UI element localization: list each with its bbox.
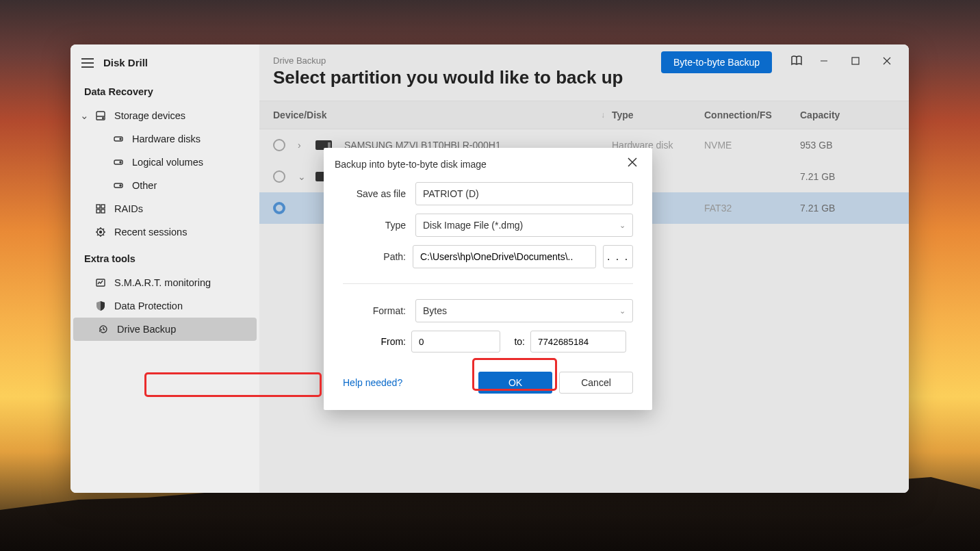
- sidebar-label: Other: [132, 180, 157, 191]
- svg-rect-9: [101, 205, 105, 208]
- sidebar-item-raids[interactable]: RAIDs: [70, 197, 259, 220]
- sidebar-item-drive-backup[interactable]: Drive Backup: [73, 318, 257, 341]
- sidebar-item-data-protection[interactable]: Data Protection: [70, 294, 259, 318]
- sidebar-label: Drive Backup: [117, 324, 176, 335]
- save-as-label: Save as file: [343, 188, 406, 199]
- sidebar-item-storage-devices[interactable]: ⌄ Storage devices: [70, 104, 259, 127]
- save-as-input[interactable]: PATRIOT (D): [415, 182, 633, 205]
- format-select[interactable]: Bytes⌄: [415, 299, 633, 322]
- section-extra-tools: Extra tools: [70, 244, 259, 271]
- chevron-down-icon: ⌄: [619, 221, 626, 230]
- app-title: Disk Drill: [103, 57, 148, 68]
- ok-button[interactable]: OK: [478, 372, 552, 394]
- sidebar-label: RAIDs: [114, 203, 143, 214]
- type-select[interactable]: Disk Image File (*.dmg)⌄: [415, 214, 633, 237]
- format-label: Format:: [343, 305, 406, 316]
- sidebar-item-smart[interactable]: S.M.A.R.T. monitoring: [70, 271, 259, 294]
- sidebar: Disk Drill Data Recovery ⌄ Storage devic…: [70, 44, 259, 493]
- svg-point-7: [120, 185, 121, 186]
- svg-point-1: [103, 118, 104, 119]
- svg-rect-11: [101, 209, 105, 213]
- sidebar-label: Data Protection: [114, 300, 183, 311]
- to-label: to:: [506, 336, 525, 347]
- history-icon: [98, 324, 109, 335]
- svg-point-13: [100, 231, 102, 233]
- disk-icon: [113, 180, 124, 191]
- chevron-down-icon: ⌄: [80, 110, 87, 121]
- sidebar-item-recent-sessions[interactable]: Recent sessions: [70, 220, 259, 244]
- from-input[interactable]: [411, 331, 500, 353]
- path-input[interactable]: C:\Users\hp\OneDrive\Documents\..: [413, 245, 596, 268]
- sidebar-label: Storage devices: [114, 110, 185, 121]
- svg-rect-8: [96, 205, 100, 208]
- sidebar-label: Hardware disks: [132, 133, 201, 144]
- hamburger-icon[interactable]: [81, 58, 94, 68]
- type-label: Type: [343, 220, 406, 231]
- chevron-down-icon: ⌄: [619, 307, 626, 316]
- disk-icon: [113, 133, 124, 144]
- shield-icon: [95, 300, 106, 311]
- chart-icon: [95, 277, 106, 288]
- cancel-button[interactable]: Cancel: [559, 372, 633, 394]
- gear-icon: [95, 227, 106, 238]
- path-label: Path:: [343, 251, 406, 262]
- disk-icon: [113, 157, 124, 168]
- breadcrumb: Drive Backup: [273, 55, 895, 66]
- svg-point-5: [120, 162, 121, 163]
- backup-dialog: Backup into byte-to-byte disk image Save…: [324, 148, 652, 410]
- sidebar-item-hardware-disks[interactable]: Hardware disks: [70, 127, 259, 151]
- divider: [343, 283, 633, 284]
- svg-point-3: [120, 138, 121, 140]
- sidebar-label: Logical volumes: [132, 157, 203, 168]
- dialog-title: Backup into byte-to-byte disk image: [335, 159, 628, 170]
- sidebar-label: Recent sessions: [114, 227, 187, 238]
- browse-button[interactable]: . . .: [603, 245, 633, 268]
- sidebar-label: S.M.A.R.T. monitoring: [114, 277, 211, 288]
- disk-icon: [95, 110, 106, 121]
- page-title: Select partition you would like to back …: [273, 67, 895, 88]
- help-link[interactable]: Help needed?: [343, 377, 402, 388]
- section-data-recovery: Data Recovery: [70, 77, 259, 104]
- to-input[interactable]: [530, 331, 626, 353]
- close-icon[interactable]: [628, 157, 641, 171]
- raid-icon: [95, 203, 106, 214]
- svg-rect-10: [96, 209, 100, 213]
- from-label: From:: [343, 336, 406, 347]
- sidebar-item-other[interactable]: Other: [70, 174, 259, 197]
- sidebar-item-logical-volumes[interactable]: Logical volumes: [70, 151, 259, 174]
